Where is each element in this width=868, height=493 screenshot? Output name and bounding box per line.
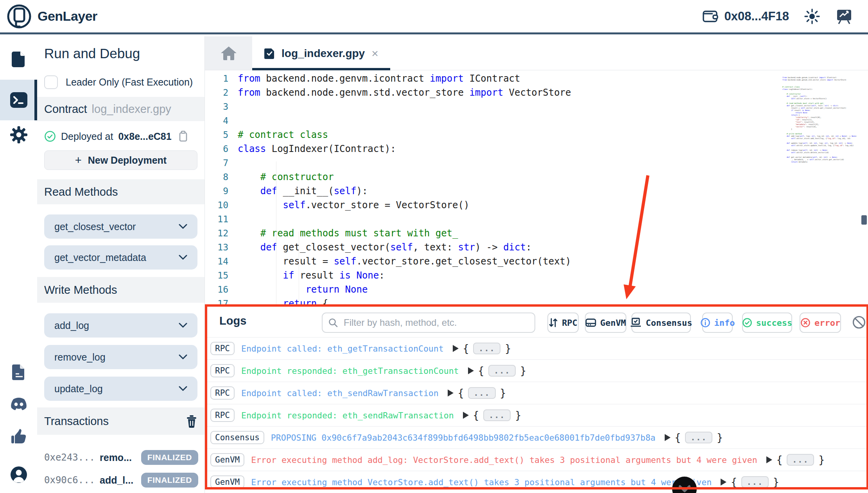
activity-bar <box>0 36 38 493</box>
leader-only-label: Leader Only (Fast Execution) <box>66 77 193 88</box>
write-method-update_log[interactable]: update_log <box>44 377 197 401</box>
logs-title: Logs <box>219 314 246 327</box>
logs-filter[interactable] <box>322 313 535 333</box>
deployed-prefix: Deployed at <box>61 131 113 142</box>
write-method-add_log[interactable]: add_log <box>44 313 197 338</box>
triangle-right-icon <box>448 389 454 397</box>
sidebar-item-feedback[interactable] <box>0 416 37 457</box>
brand-name: GenLayer <box>38 9 97 24</box>
tutorial-board-icon[interactable] <box>835 7 853 25</box>
log-source-badge: RPC <box>210 409 235 422</box>
ellipsis-chip[interactable]: ... <box>488 365 516 377</box>
chevron-down-icon <box>179 255 187 260</box>
laptop-check-icon <box>630 318 642 328</box>
filter-error-button[interactable]: error <box>800 313 841 333</box>
log-row[interactable]: RPC Endpoint responded: eth_getTransacti… <box>205 359 868 382</box>
log-message: Endpoint called: eth_sendRawTransaction <box>241 388 439 398</box>
log-row[interactable]: GenVM Error executing method VectorStore… <box>205 471 868 493</box>
indent-guide <box>299 232 299 305</box>
triangle-right-icon <box>468 367 474 374</box>
leader-only-checkbox[interactable] <box>44 75 58 89</box>
log-expander[interactable]: { ... } <box>766 454 825 466</box>
clear-logs-button[interactable] <box>851 314 867 330</box>
wallet-address[interactable]: 0x08...4F18 <box>702 8 789 25</box>
sidebar-item-settings[interactable] <box>0 114 37 155</box>
x-circle-icon <box>800 318 811 328</box>
log-list: RPC Endpoint called: eth_getTransactionC… <box>205 337 868 493</box>
log-expander[interactable]: { ... } <box>721 476 779 488</box>
sidebar-item-files[interactable] <box>0 38 37 79</box>
table-row[interactable]: 0x90c6... add_l... FINALIZED <box>44 472 198 489</box>
read-method-get_closest_vector[interactable]: get_closest_vector <box>44 214 197 239</box>
sidebar-item-account[interactable] <box>0 454 37 493</box>
page-title: Run and Debug <box>44 46 140 61</box>
status-badge: FINALIZED <box>141 473 198 488</box>
search-input[interactable] <box>343 317 529 329</box>
tab-label: log_indexer.gpy <box>282 47 365 60</box>
log-source-badge: RPC <box>210 386 235 400</box>
write-method-remove_log[interactable]: remove_log <box>44 345 197 369</box>
theme-toggle-sun-icon[interactable] <box>804 8 820 25</box>
ellipsis-chip[interactable]: ... <box>741 476 769 488</box>
ellipsis-chip[interactable]: ... <box>468 387 495 399</box>
filter-info-button[interactable]: info <box>702 313 733 333</box>
filter-genvm-button[interactable]: GenVM <box>585 313 626 333</box>
ellipsis-chip[interactable]: ... <box>685 432 712 443</box>
run-debug-panel: Run and Debug Leader Only (Fast Executio… <box>37 36 205 493</box>
indent-guide <box>276 161 276 305</box>
log-row[interactable]: GenVM Error executing method add_log: Ve… <box>205 448 868 471</box>
circle-slash-icon <box>852 315 866 330</box>
trash-icon[interactable] <box>186 414 197 428</box>
copy-icon[interactable] <box>177 130 188 143</box>
status-badge: FINALIZED <box>141 450 198 465</box>
filter-consensus-button[interactable]: Consensus <box>631 313 691 333</box>
close-icon[interactable]: × <box>371 48 378 59</box>
editor-scrollbar[interactable] <box>861 215 867 225</box>
log-row[interactable]: Consensus PROPOSING 0x90c6f7a9ab2043c634… <box>205 426 868 448</box>
filter-rpc-button[interactable]: RPC <box>547 313 579 333</box>
log-expander[interactable]: { ... } <box>665 432 723 443</box>
file-icon <box>10 50 27 68</box>
discord-icon <box>9 397 28 412</box>
sort-arrows-icon <box>549 318 558 328</box>
new-deployment-button[interactable]: + New Deployment <box>44 150 197 170</box>
ellipsis-chip[interactable]: ... <box>483 409 511 421</box>
log-source-badge: RPC <box>210 364 235 377</box>
triangle-right-icon <box>463 412 469 419</box>
docs-icon <box>11 363 27 381</box>
log-message: Endpoint responded: eth_sendRawTransacti… <box>241 411 454 420</box>
read-method-get_vector_metadata[interactable]: get_vector_metadata <box>44 245 197 270</box>
log-expander[interactable]: { ... } <box>453 343 511 354</box>
code-area[interactable]: 1234567891011121314151617 from backend.n… <box>205 70 782 305</box>
chevron-down-icon <box>179 323 187 328</box>
logs-panel: Logs RPC <box>205 305 868 493</box>
triangle-right-icon <box>721 479 726 486</box>
log-row[interactable]: RPC Endpoint called: eth_getTransactionC… <box>205 337 868 359</box>
code-lines: from backend.node.genvm.icontract import… <box>238 71 782 305</box>
ellipsis-chip[interactable]: ... <box>473 343 500 354</box>
tab-log-indexer[interactable]: log_indexer.gpy × <box>252 36 390 70</box>
app-header: GenLayer 0x08...4F18 <box>0 0 868 34</box>
brand[interactable]: GenLayer <box>6 4 97 29</box>
tx-hash: 0xe243... <box>44 452 94 463</box>
chevron-down-icon <box>179 354 187 360</box>
deployed-address: 0x8e...eC81 <box>118 131 171 142</box>
drive-icon <box>585 318 596 328</box>
chevron-down-icon <box>179 224 187 229</box>
home-tab[interactable] <box>205 36 253 70</box>
log-expander[interactable]: { ... } <box>448 387 506 399</box>
log-row[interactable]: RPC Endpoint responded: eth_sendRawTrans… <box>205 404 868 426</box>
log-expander[interactable]: { ... } <box>463 409 521 421</box>
triangle-right-icon <box>453 345 459 352</box>
log-message: Endpoint responded: eth_getTransactionCo… <box>241 366 459 376</box>
log-row[interactable]: RPC Endpoint called: eth_sendRawTransact… <box>205 382 868 404</box>
filter-success-button[interactable]: success <box>742 313 792 333</box>
log-expander[interactable]: { ... } <box>468 365 526 377</box>
read-methods-header: Read Methods <box>37 179 204 204</box>
ellipsis-chip[interactable]: ... <box>787 454 814 466</box>
terminal-icon <box>9 91 28 109</box>
log-message: PROPOSING 0x90c6f7a9ab2043c634f899bbfd64… <box>271 433 656 443</box>
search-icon <box>328 318 338 328</box>
table-row[interactable]: 0xe243... remo... FINALIZED <box>44 449 198 466</box>
minimap[interactable]: from backend.node.genvm.icontract import… <box>782 77 864 163</box>
